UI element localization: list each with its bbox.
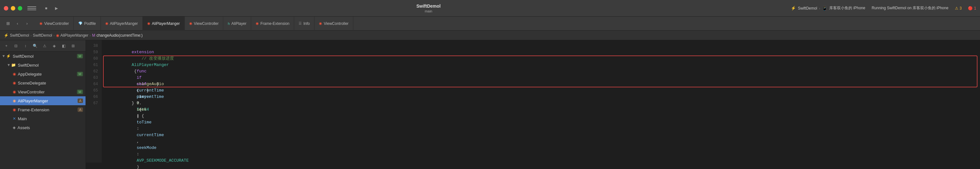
sidebar-toggle[interactable] (27, 5, 36, 11)
sidebar-item-aliplayermanger[interactable]: ◉ AliPlayerManger A (0, 96, 86, 105)
device-indicator: ⚡ SwiftDemol › 📱 库客双小鱼的 iPhone (791, 5, 865, 11)
swift-icon: ◉ (105, 21, 108, 26)
device-project: SwiftDemol (798, 6, 817, 11)
sidebar-badge: M (77, 54, 83, 58)
stop-button[interactable]: ■ (43, 5, 49, 12)
branch-label: main (425, 9, 433, 13)
var-currenttime2: currentTime (137, 133, 164, 137)
swift-file-icon: ◉ (13, 72, 16, 76)
breadcrumb-file[interactable]: AliPlayerManger (60, 33, 88, 38)
breadcrumb-project[interactable]: SwiftDemol (10, 33, 29, 38)
error-badge: 🔴 1 (968, 6, 976, 11)
run-status-label: Running SwiftDemol on 库客双小鱼的 iPhone (872, 5, 948, 11)
code-line-64: } (107, 81, 980, 87)
line-num-67: 67 (86, 100, 102, 106)
sidebar-file-label: ViewController (18, 90, 77, 94)
sidebar-tool-link[interactable]: ◈ (50, 42, 58, 50)
code-line-61: if currentTime >= 0 { (107, 62, 980, 68)
sidebar-item-assets[interactable]: ◈ Assets (0, 123, 86, 132)
expand-arrow: ▶ (7, 64, 11, 66)
warning-count: 3 (960, 6, 962, 11)
sidebar-tool-sort[interactable]: ↕ (22, 42, 29, 50)
line-num-64: 64 (86, 81, 102, 87)
sidebar-tool-filter[interactable]: ⊟ (12, 42, 20, 50)
toolbar-left: ⊞ ‹ › (4, 19, 31, 28)
sidebar-file-label: AliPlayerManger (18, 98, 78, 103)
sidebar-item-frameextension[interactable]: ◉ Frame-Extension A (0, 105, 86, 114)
line-num-59: 59 (86, 49, 102, 55)
run-button[interactable]: ▶ (53, 5, 60, 12)
breadcrumb-method[interactable]: changeAudio(currentTime:) (96, 33, 142, 38)
app-icon: ⚡ (791, 6, 796, 11)
traffic-lights (4, 6, 22, 11)
swift-icon: ◉ (319, 21, 322, 26)
sidebar-file-label: AppDelegate (18, 72, 77, 77)
sidebar-tool-view[interactable]: ◧ (60, 42, 67, 50)
tab-info[interactable]: ☰ Info (294, 16, 315, 31)
tab-viewcontroller2[interactable]: ◉ ViewController (185, 16, 224, 31)
sidebar-tool-collapse[interactable]: ⊞ (69, 42, 77, 50)
assets-icon: ◈ (13, 125, 16, 130)
tab-label: ViewController (44, 21, 69, 26)
line-num-63: 63 (86, 75, 102, 81)
breadcrumb-sep1: › (30, 34, 32, 37)
swift-icon: ◉ (256, 21, 259, 26)
code-editor[interactable]: 38 59 60 61 62 63 64 65 66 67 extension … (86, 40, 980, 169)
maximize-button[interactable] (18, 6, 22, 11)
param-totime: toTime (137, 120, 152, 125)
header-icon: h (228, 22, 229, 26)
tab-label: Podfile (84, 21, 96, 26)
breadcrumb-folder[interactable]: SwiftDemol (33, 33, 52, 38)
sidebar-item-scenedelegate[interactable]: ◉ SceneDelegate (0, 79, 86, 87)
tab-aliplayermanager1[interactable]: ◉ AliPlayerManger (101, 16, 143, 31)
sidebar-item-swiftdemol-folder[interactable]: ▶ 📁 SwiftDemol (0, 61, 86, 69)
swift-icon: ◉ (40, 21, 43, 26)
breadcrumb-swift-icon: ◉ (56, 33, 59, 38)
sidebar-badge-a: A (78, 108, 83, 112)
keyword-extension: extension (132, 50, 154, 55)
code-content: 38 59 60 61 62 63 64 65 66 67 extension … (86, 40, 980, 169)
minimize-button[interactable] (11, 6, 15, 11)
sidebar-item-appdelegate[interactable]: ◉ AppDelegate M (0, 69, 86, 79)
expand-arrow: ▶ (2, 55, 5, 57)
tab-label: AliPlayer (231, 21, 247, 26)
code-line-59: // 改变播放进度 (107, 49, 980, 55)
folder-icon: 📁 (11, 63, 16, 67)
device-icon: 📱 (822, 6, 827, 11)
tab-label: Frame-Extension (261, 21, 290, 26)
title-bar: ■ ▶ SwiftDemol main ⚡ SwiftDemol › 📱 库客双… (0, 0, 980, 16)
tab-viewcontroller1[interactable]: ◉ ViewController (35, 16, 74, 31)
swift-file-icon: ◉ (13, 108, 16, 112)
sidebar-toolbar: + ⊟ ↕ 🔍 ⚠ ◈ ◧ ⊞ (0, 40, 86, 52)
grid-icon[interactable]: ⊞ (4, 19, 12, 28)
line-num-62: 62 (86, 68, 102, 75)
close-button[interactable] (4, 6, 8, 11)
tab-podfile[interactable]: 💎 Podfile (74, 16, 101, 31)
sidebar-badge-m: M (77, 90, 83, 94)
prop-player: player (137, 94, 152, 99)
tab-viewcontroller3[interactable]: ◉ ViewController (315, 16, 353, 31)
sidebar-item-swiftdemol-root[interactable]: ▶ ⚡ SwiftDemol M (0, 52, 86, 61)
sidebar-file-label: Assets (18, 125, 83, 130)
tab-frameextension[interactable]: ◉ Frame-Extension (251, 16, 294, 31)
sidebar-tool-search[interactable]: 🔍 (31, 42, 39, 50)
back-button[interactable]: ‹ (13, 19, 22, 28)
tab-aliplayermanager2[interactable]: ◉ AliPlayerManger (143, 16, 185, 31)
storyboard-icon: ✕ (13, 116, 16, 121)
swift-icon: ◉ (189, 21, 192, 26)
sidebar-tool-warning[interactable]: ⚠ (41, 42, 48, 50)
line-num-38: 38 (86, 43, 102, 49)
sidebar-file-label: SceneDelegate (18, 80, 83, 85)
sidebar-folder-label: SwiftDemol (18, 63, 83, 68)
tab-label: ViewController (324, 21, 348, 26)
warning-badge: ⚠ 3 (955, 6, 962, 11)
forward-button[interactable]: › (23, 19, 31, 28)
tabs-container: ◉ ViewController 💎 Podfile ◉ AliPlayerMa… (35, 16, 976, 31)
sidebar-item-main[interactable]: ✕ Main (0, 114, 86, 123)
breadcrumb-sep2: › (53, 34, 55, 37)
tab-aliplayer[interactable]: h AliPlayer (223, 16, 251, 31)
tab-label: ViewController (194, 21, 219, 26)
swift-file-icon: ◉ (13, 98, 16, 103)
sidebar-tool-add[interactable]: + (3, 42, 10, 50)
sidebar-item-viewcontroller[interactable]: ◉ ViewController M (0, 87, 86, 96)
